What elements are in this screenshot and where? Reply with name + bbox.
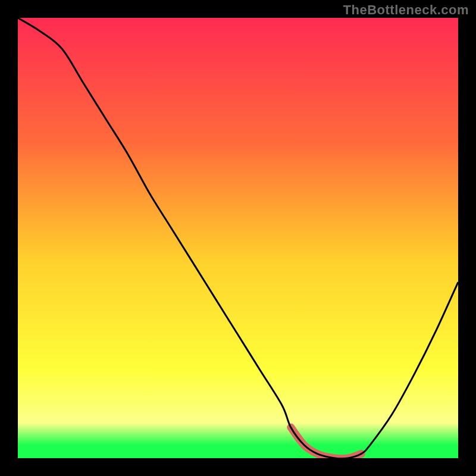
chart-svg (18, 18, 458, 458)
chart-frame: TheBottleneck.com (0, 0, 476, 476)
plot-area (18, 18, 458, 458)
watermark-text: TheBottleneck.com (343, 2, 469, 18)
